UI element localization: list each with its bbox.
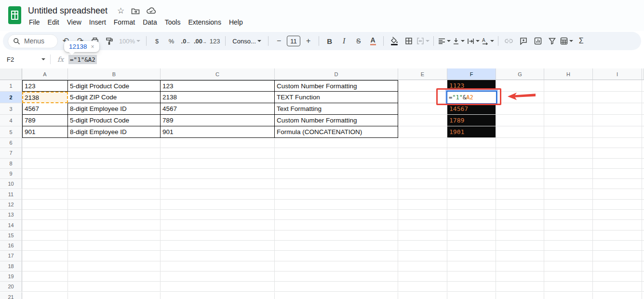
- cell-G19[interactable]: [496, 272, 544, 282]
- text-wrap-button[interactable]: [467, 35, 480, 48]
- cell-E5[interactable]: [398, 126, 447, 138]
- cell-B13[interactable]: [68, 210, 161, 220]
- cell-C21[interactable]: [161, 292, 275, 299]
- vertical-align-button[interactable]: [452, 35, 465, 48]
- cell-edge11[interactable]: [642, 190, 644, 200]
- cell-A12[interactable]: [22, 200, 68, 210]
- cell-A9[interactable]: [22, 169, 68, 179]
- menu-edit[interactable]: Edit: [44, 17, 63, 27]
- menu-extensions[interactable]: Extensions: [184, 17, 225, 27]
- cell-A11[interactable]: [22, 190, 68, 200]
- row-header-16[interactable]: 16: [0, 241, 22, 251]
- text-color-button[interactable]: A: [366, 35, 379, 48]
- cell-A5[interactable]: 901: [22, 126, 68, 138]
- cell-B2[interactable]: 5-digit ZIP Code: [68, 92, 161, 103]
- cell-H1[interactable]: [544, 80, 593, 92]
- row-header-4[interactable]: 4: [0, 115, 22, 126]
- font-select[interactable]: Conso...: [229, 35, 264, 48]
- column-header-H[interactable]: H: [544, 68, 593, 80]
- menu-file[interactable]: File: [25, 17, 44, 27]
- cell-G3[interactable]: [496, 103, 544, 115]
- functions-button[interactable]: Σ: [575, 35, 588, 48]
- cell-G7[interactable]: [496, 148, 544, 158]
- cell-A8[interactable]: [22, 159, 68, 169]
- cell-B15[interactable]: [68, 231, 161, 241]
- cell-G9[interactable]: [496, 169, 544, 179]
- cell-edge17[interactable]: [642, 251, 644, 261]
- cell-I7[interactable]: [593, 148, 642, 158]
- format-currency-button[interactable]: $: [150, 35, 163, 48]
- cell-F9[interactable]: [447, 169, 496, 179]
- cell-C4[interactable]: 789: [161, 115, 275, 126]
- cell-D11[interactable]: [275, 190, 398, 200]
- cell-G5[interactable]: [496, 126, 544, 138]
- cell-F11[interactable]: [447, 190, 496, 200]
- text-rotation-button[interactable]: A: [481, 35, 494, 48]
- menu-help[interactable]: Help: [225, 17, 247, 27]
- referenced-cell-a2[interactable]: 2138: [22, 92, 68, 103]
- cell-D8[interactable]: [275, 159, 398, 169]
- insert-link-button[interactable]: [502, 35, 515, 48]
- decrease-decimals-button[interactable]: .0←: [179, 35, 192, 48]
- merge-cells-button[interactable]: [416, 35, 429, 48]
- row-header-9[interactable]: 9: [0, 169, 22, 179]
- column-header-edge[interactable]: [642, 68, 644, 80]
- cell-edge16[interactable]: [642, 241, 644, 251]
- cell-I21[interactable]: [593, 292, 642, 299]
- cell-E20[interactable]: [398, 282, 447, 292]
- insert-chart-button[interactable]: [531, 35, 544, 48]
- cell-A6[interactable]: [22, 138, 68, 148]
- cell-H11[interactable]: [544, 190, 593, 200]
- cell-D1[interactable]: Custom Number Formatting: [275, 80, 398, 92]
- row-header-8[interactable]: 8: [0, 159, 22, 169]
- row-header-12[interactable]: 12: [0, 200, 22, 210]
- cell-B5[interactable]: 8-digit Employee ID: [68, 126, 161, 138]
- document-title[interactable]: Untitled spreadsheet: [28, 6, 107, 16]
- cell-G21[interactable]: [496, 292, 544, 299]
- borders-button[interactable]: [402, 35, 415, 48]
- cell-H20[interactable]: [544, 282, 593, 292]
- cell-E14[interactable]: [398, 220, 447, 230]
- cell-B8[interactable]: [68, 159, 161, 169]
- column-header-F[interactable]: F: [447, 68, 496, 80]
- fill-color-button[interactable]: [388, 35, 401, 48]
- zoom-select[interactable]: 100%: [117, 35, 142, 48]
- decrease-font-size-button[interactable]: −: [272, 35, 285, 48]
- cell-H7[interactable]: [544, 148, 593, 158]
- cell-E8[interactable]: [398, 159, 447, 169]
- cell-I10[interactable]: [593, 179, 642, 189]
- cell-B4[interactable]: 5-digit Product Code: [68, 115, 161, 126]
- cell-I13[interactable]: [593, 210, 642, 220]
- row-header-11[interactable]: 11: [0, 190, 22, 200]
- cell-edge15[interactable]: [642, 231, 644, 241]
- cell-E16[interactable]: [398, 241, 447, 251]
- cell-D19[interactable]: [275, 272, 398, 282]
- cell-G11[interactable]: [496, 190, 544, 200]
- cell-C13[interactable]: [161, 210, 275, 220]
- bold-button[interactable]: B: [323, 35, 336, 48]
- cell-G14[interactable]: [496, 220, 544, 230]
- cell-H4[interactable]: [544, 115, 593, 126]
- cell-B1[interactable]: 5-digit Product Code: [68, 80, 161, 92]
- row-header-5[interactable]: 5: [0, 126, 22, 138]
- select-all-corner[interactable]: [0, 68, 22, 80]
- sheets-logo-icon[interactable]: [8, 6, 21, 24]
- cell-F18[interactable]: [447, 261, 496, 272]
- cell-edge7[interactable]: [642, 148, 644, 158]
- cell-C14[interactable]: [161, 220, 275, 230]
- cell-D15[interactable]: [275, 231, 398, 241]
- cell-F19[interactable]: [447, 272, 496, 282]
- cell-C18[interactable]: [161, 261, 275, 272]
- row-header-1[interactable]: 1: [0, 80, 22, 92]
- cell-edge3[interactable]: [642, 103, 644, 115]
- row-header-18[interactable]: 18: [0, 261, 22, 272]
- cell-D17[interactable]: [275, 251, 398, 261]
- cell-E6[interactable]: [398, 138, 447, 148]
- cell-H10[interactable]: [544, 179, 593, 189]
- cell-G6[interactable]: [496, 138, 544, 148]
- cell-I18[interactable]: [593, 261, 642, 272]
- cell-B6[interactable]: [68, 138, 161, 148]
- cell-F16[interactable]: [447, 241, 496, 251]
- cell-edge13[interactable]: [642, 210, 644, 220]
- cell-G12[interactable]: [496, 200, 544, 210]
